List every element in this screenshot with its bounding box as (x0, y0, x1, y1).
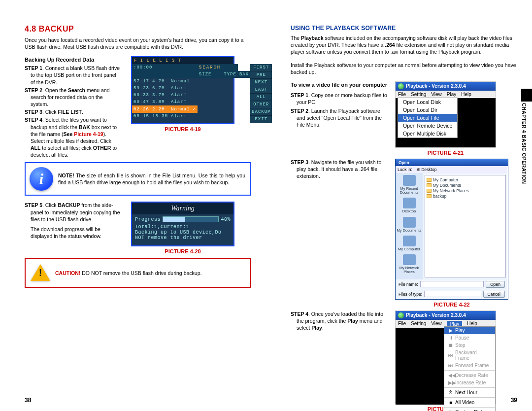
play-menu-item[interactable]: ⏱Next Hour (444, 389, 495, 396)
step-1: STEP 1. Connect a blank USB flash drive … (25, 65, 120, 86)
file-menu-item[interactable]: Open Local Dir (398, 106, 457, 114)
note-box: i NOTE! The size of each file is shown i… (25, 162, 251, 196)
file-menu-item[interactable]: Open Local Disk (398, 98, 457, 106)
dvr-row[interactable]: 00:473.8MAlarm (132, 99, 198, 105)
open-file-item[interactable]: backup (427, 194, 504, 199)
intro-text: Once you have located a recorded video e… (25, 36, 251, 50)
play-menu-item[interactable]: ⏭Forward Frame (444, 362, 495, 369)
play-menu-item[interactable]: 📷Capture Picture (444, 409, 495, 411)
playback-app-icon (398, 312, 404, 318)
caption-4-22: PICTURE 4-22 (395, 302, 508, 308)
menu-play[interactable]: Play (447, 92, 456, 97)
dvr-row[interactable]: 08:1518.3MAlarm (132, 113, 198, 120)
chapter-tab: CHAPTER 4 BASIC OPERATION (521, 89, 532, 184)
open-sidebar-item[interactable]: My Computer (397, 236, 422, 251)
open-file-item[interactable]: My Network Places (427, 188, 504, 193)
info-icon: i (30, 167, 53, 191)
page-number-left: 38 (25, 397, 31, 404)
dvr-row[interactable]: 57:174.7MNormal (132, 78, 198, 85)
open-file-item[interactable]: My Documents (427, 183, 504, 188)
play-menu-item[interactable]: ⏹Stop (444, 342, 495, 349)
r-step-1: STEP 1. Copy one or more backup files to… (291, 92, 389, 105)
menu-view[interactable]: View (431, 321, 442, 327)
open-sidebar-item[interactable]: Desktop (397, 198, 422, 213)
file-menu-dropdown[interactable]: Open Local DiskOpen Local DirOpen Local … (398, 98, 458, 138)
caption-4-19: PICTURE 4-19 (131, 126, 234, 132)
picture-4-20: Warning Progress 40% Total:1,Current:1 B… (131, 202, 234, 254)
play-menu-item[interactable]: ■All Video (444, 399, 495, 406)
file-menu-item[interactable]: Open Remote Device (398, 122, 457, 130)
caption-4-20: PICTURE 4-20 (131, 248, 234, 254)
caution-box: ! CAUTION! DO NOT remove the USB flash d… (25, 258, 251, 288)
open-dialog-title: Open (396, 159, 508, 166)
menu-view[interactable]: View (431, 92, 442, 97)
menu-help[interactable]: Help (461, 92, 471, 97)
dvr-table: :00:00 SEARCH SIZE TYPE BAK 57:174.7MNor… (132, 64, 250, 120)
play-menu-item[interactable]: ⏸Pause (444, 334, 495, 342)
play-menu-item[interactable]: ▶Play (444, 327, 495, 334)
r-step-3: STEP 3. Navigate to the file you wish to… (291, 159, 389, 180)
right-p1: The Playback software included on the ac… (291, 34, 517, 56)
warning-title: Warning (132, 203, 233, 214)
dvr-row[interactable]: 59:236.7MAlarm (132, 85, 198, 92)
open-sidebar-item[interactable]: My Documents (397, 217, 422, 233)
dvr-row[interactable]: 00:333.7MAlarm (132, 92, 198, 99)
step-4: STEP 4. Select the files you want to bac… (25, 116, 120, 158)
right-steps-3: STEP 4. Once you've loaded the file into… (291, 310, 389, 411)
picture-4-21: Playback - Version 2.3.0.4 FileSettingVi… (395, 81, 496, 156)
open-filename-input[interactable] (420, 281, 484, 287)
picture-4-19: F I L E L I S T :00:00 SEARCH SIZE (131, 56, 234, 159)
progress-bar (163, 216, 219, 222)
file-menu-item[interactable]: Open Local File (398, 114, 457, 122)
open-button[interactable]: Open (486, 281, 505, 288)
open-sidebar-item[interactable]: My Network Places (397, 254, 422, 274)
cancel-button[interactable]: Cancel (483, 291, 505, 298)
step-5-note: The download progress will be displayed … (25, 226, 120, 240)
play-menu-dropdown[interactable]: ▶Play⏸Pause⏹Stop⏮Backward Frame⏭Forward … (444, 326, 496, 411)
caption-4-21: PICTURE 4-21 (395, 150, 496, 156)
play-menu-item[interactable]: ◀◀Decrease Rate (444, 372, 495, 379)
r-step-2: STEP 2. Launch the Playback software and… (291, 107, 389, 129)
open-sidebar-item[interactable]: My Recent Documents (397, 175, 422, 195)
open-file-item[interactable]: My Computer (427, 177, 504, 182)
section-heading: 4.8 BACKUP (25, 25, 251, 34)
subhead-backing-up: Backing Up Recorded Data (25, 56, 120, 64)
warning-icon: ! (31, 264, 50, 282)
dvr-row[interactable]: 02:262.2MNormal✓ (132, 105, 198, 113)
step-2: STEP 2. Open the Search menu and search … (25, 87, 120, 108)
open-sidebar[interactable]: My Recent DocumentsDesktopMy DocumentsMy… (396, 173, 423, 279)
playback-app-icon (398, 83, 404, 89)
playback-titlebar-2: Playback - Version 2.3.0.4 (396, 311, 496, 320)
section-heading-right: USING THE PLAYBACK SOFTWARE (291, 25, 517, 32)
menu-setting[interactable]: Setting (411, 92, 426, 97)
steps-col-2: STEP 5. Click BACKUP from the side-panel… (25, 202, 120, 254)
step-3: STEP 3. Click FILE LIST. (25, 108, 120, 115)
steps-col-1: Backing Up Recorded Data STEP 1. Connect… (25, 56, 120, 159)
page-38: 4.8 BACKUP Once you have located a recor… (0, 0, 266, 411)
note-text: NOTE! The size of each file is shown in … (58, 172, 245, 186)
open-file-list[interactable]: My ComputerMy DocumentsMy Network Places… (425, 175, 506, 277)
right-steps-1: To view a video file on your computer ST… (291, 81, 389, 156)
open-filetype-input[interactable] (424, 291, 481, 297)
page-39: USING THE PLAYBACK SOFTWARE The Playback… (266, 0, 532, 411)
right-steps-2: STEP 3. Navigate to the file you wish to… (291, 159, 389, 308)
menu-setting[interactable]: Setting (411, 321, 426, 327)
playback-menubar[interactable]: FileSettingViewPlayHelp (396, 91, 496, 98)
menu-file[interactable]: File (398, 321, 406, 327)
page-number-right: 39 (511, 397, 517, 404)
play-menu-item[interactable]: ⏮Backward Frame (444, 349, 495, 362)
right-p2: Install the Playback software to your co… (291, 62, 517, 75)
open-toolbar: Look in: 🖥 Desktop (396, 166, 508, 173)
playback-titlebar: Playback - Version 2.3.0.4 (396, 82, 496, 91)
menu-file[interactable]: File (398, 92, 406, 97)
step-5: STEP 5. Click BACKUP from the side-panel… (25, 202, 120, 223)
caution-text: CAUTION! DO NOT remove the USB flash dri… (55, 270, 201, 276)
r-step-4: STEP 4. Once you've loaded the file into… (291, 310, 389, 332)
file-menu-item[interactable]: Open Multiple Disk (398, 130, 457, 137)
dvr-filelist-title: F I L E L I S T (132, 57, 233, 64)
picture-4-22: Open Look in: 🖥 Desktop My Recent Docume… (395, 159, 508, 308)
subhead-view-video: To view a video file on your computer (291, 81, 389, 89)
picture-4-23: Playback - Version 2.3.0.4 FileSettingVi… (395, 310, 496, 411)
play-menu-item[interactable]: ▶▶Increase Rate (444, 379, 495, 386)
